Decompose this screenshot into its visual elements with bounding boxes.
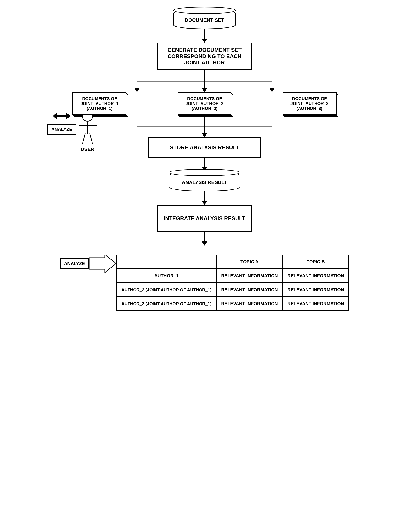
flowchart: DOCUMENT SET GENERATE DOCUMENT SET CORRE… — [47, 9, 362, 523]
doc-author3-front: DOCUMENTS OF JOINT_AUTHOR_3 (AUTHOR_3) — [282, 92, 336, 115]
user-body — [79, 122, 97, 144]
user-label: USER — [81, 146, 94, 152]
store-box: STORE ANALYSIS RESULT — [148, 137, 261, 158]
analyze-arrow — [89, 255, 116, 273]
branch-connector — [103, 70, 306, 92]
doc-author2-stacked: DOCUMENTS OF JOINT_AUTHOR_2 (AUTHOR_2) — [178, 92, 231, 115]
author3-cell: AUTHOR_3 (JOINT AUTHOR OF AUTHOR_1) — [117, 297, 217, 311]
result-table: TOPIC A TOPIC B AUTHOR_1 RELEVANT INFORM… — [116, 255, 349, 311]
doc-author1-stacked: DOCUMENTS OF JOINT_AUTHOR_1 (AUTHOR_1) — [73, 92, 127, 115]
branch-svg — [103, 70, 306, 92]
branch-author2: DOCUMENTS OF JOINT_AUTHOR_2 (AUTHOR_2) — [152, 92, 257, 115]
store-section: USER STORE ANALYSIS RESULT — [47, 137, 362, 158]
generate-box: GENERATE DOCUMENT SET CORRESPONDING TO E… — [157, 43, 252, 70]
table-row-author1: AUTHOR_1 RELEVANT INFORMATION RELEVANT I… — [117, 269, 349, 283]
analyze-upper-box: ANALYZE — [47, 124, 76, 135]
user-legs — [85, 133, 90, 144]
user-leg-right — [89, 133, 93, 144]
table-empty-header — [117, 255, 217, 269]
arrow-3 — [202, 191, 207, 205]
doc-author1-front: DOCUMENTS OF JOINT_AUTHOR_1 (AUTHOR_1) — [73, 92, 127, 115]
user-torso-area — [79, 122, 97, 134]
user-leg-left — [82, 133, 86, 144]
author1-cell: AUTHOR_1 — [117, 269, 217, 283]
table-topic-b-header: TOPIC B — [282, 255, 349, 269]
branch-author3: DOCUMENTS OF JOINT_AUTHOR_3 (AUTHOR_3) — [257, 92, 362, 115]
doc-author3-stacked: DOCUMENTS OF JOINT_AUTHOR_3 (AUTHOR_3) — [282, 92, 336, 115]
svg-marker-15 — [53, 113, 71, 119]
arrow-4 — [202, 232, 207, 246]
svg-marker-16 — [89, 255, 116, 273]
doc-author2-front: DOCUMENTS OF JOINT_AUTHOR_2 (AUTHOR_2) — [178, 92, 231, 115]
author1-topic-a: RELEVANT INFORMATION — [217, 269, 282, 283]
svg-marker-14 — [202, 133, 207, 137]
converge-connector: ANALYZE — [103, 115, 306, 137]
svg-marker-5 — [202, 88, 207, 92]
analyze-arrow-svg — [89, 255, 116, 273]
table-row-author2: AUTHOR_2 (JOINT AUTHOR OF AUTHOR_1) RELE… — [117, 283, 349, 297]
user-container: USER — [79, 110, 97, 152]
arrow-1 — [202, 29, 207, 43]
author2-topic-b: RELEVANT INFORMATION — [282, 283, 349, 297]
user-arms — [79, 125, 97, 126]
analyze-upper-container: ANALYZE — [47, 110, 76, 135]
table-row-author3: AUTHOR_3 (JOINT AUTHOR OF AUTHOR_1) RELE… — [117, 297, 349, 311]
document-set-cylinder: DOCUMENT SET — [173, 9, 236, 29]
integrate-label: INTEGRATE ANALYSIS RESULT — [164, 215, 245, 222]
svg-marker-7 — [269, 88, 275, 92]
analyze-lower-box: ANALYZE — [60, 258, 89, 269]
analyze-lower-container: ANALYZE — [60, 255, 116, 273]
analyze-upper-arrow-svg — [53, 110, 71, 122]
analysis-result-cylinder: ANALYSIS RESULT — [169, 171, 240, 191]
analysis-result-label: ANALYSIS RESULT — [182, 180, 227, 185]
svg-marker-3 — [134, 88, 140, 92]
author2-topic-a: RELEVANT INFORMATION — [217, 283, 282, 297]
converge-svg — [103, 115, 306, 137]
author3-topic-a: RELEVANT INFORMATION — [217, 297, 282, 311]
analyze-section: ANALYZE TOPIC A TOPIC B AUTHOR_1 RELEVAN… — [47, 255, 362, 311]
user-torso — [87, 122, 88, 134]
author1-topic-b: RELEVANT INFORMATION — [282, 269, 349, 283]
author3-topic-b: RELEVANT INFORMATION — [282, 297, 349, 311]
generate-label: GENERATE DOCUMENT SET CORRESPONDING TO E… — [163, 47, 246, 66]
table-header-row: TOPIC A TOPIC B — [117, 255, 349, 269]
table-topic-a-header: TOPIC A — [217, 255, 282, 269]
author2-cell: AUTHOR_2 (JOINT AUTHOR OF AUTHOR_1) — [117, 283, 217, 297]
branches-row: DOCUMENTS OF JOINT_AUTHOR_1 (AUTHOR_1) D… — [47, 92, 362, 115]
integrate-box: INTEGRATE ANALYSIS RESULT — [157, 205, 252, 232]
document-set-label: DOCUMENT SET — [185, 17, 224, 23]
